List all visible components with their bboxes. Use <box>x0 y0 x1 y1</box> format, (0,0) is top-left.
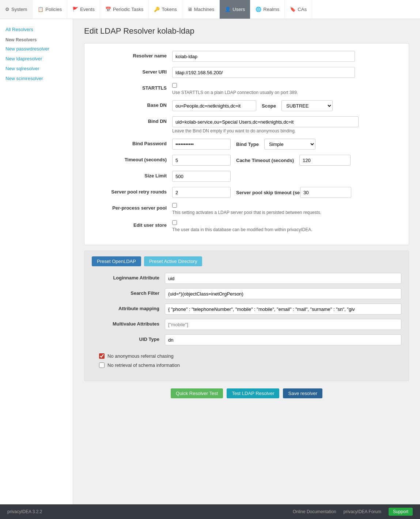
no-anon-referral-row: No anonymous referral chasing <box>99 353 401 359</box>
no-schema-row: No retrieval of schema information <box>99 362 401 368</box>
nav-item-machines[interactable]: 🖥Machines <box>182 0 220 19</box>
users-icon: 👤 <box>225 7 231 12</box>
base-dn-input[interactable] <box>172 100 256 111</box>
per-process-pool-row: Per-process server pool This setting act… <box>92 203 401 215</box>
footer-forum-link[interactable]: privacyIDEA Forum <box>344 509 381 514</box>
search-filter-label: Search Filter <box>92 288 165 296</box>
multivalue-attr-input[interactable] <box>165 319 401 330</box>
sidebar-item-scimresolver[interactable]: New scimresolver <box>0 74 73 83</box>
machines-icon: 🖥 <box>188 7 192 12</box>
bottom-checkboxes: No anonymous referral chasing No retriev… <box>92 350 401 373</box>
bind-dn-label: Bind DN <box>92 116 172 124</box>
bind-dn-row: Bind DN Leave the Bind DN empty if you w… <box>92 116 401 133</box>
nav-item-system[interactable]: ⚙System <box>0 0 33 19</box>
sidebar-all-resolvers[interactable]: All Resolvers <box>0 25 73 34</box>
footer-version: privacyIDEA 3.2.2 <box>7 509 42 514</box>
server-uri-input[interactable] <box>172 67 355 78</box>
nav-item-periodic-tasks[interactable]: 📅Periodic Tasks <box>100 0 149 19</box>
bind-password-row: Bind Password Bind Type Simple SASL <box>92 139 401 150</box>
cache-timeout-input[interactable] <box>299 155 351 166</box>
uid-type-row: UID Type <box>92 334 401 345</box>
nav-item-policies[interactable]: 📋Policies <box>33 0 67 19</box>
no-schema-checkbox[interactable] <box>99 362 105 368</box>
server-uri-label: Server URI <box>92 67 172 75</box>
main-content: Edit LDAP Resolver kolab-ldap Resolver n… <box>73 19 420 504</box>
bind-password-input[interactable] <box>172 139 231 150</box>
resolver-name-row: Resolver name <box>92 51 401 62</box>
resolver-name-input[interactable] <box>172 51 355 62</box>
nav-item-realms[interactable]: 🌐Realms <box>250 0 285 19</box>
no-anon-referral-label: No anonymous referral chasing <box>107 353 174 359</box>
bind-dn-input[interactable] <box>172 116 359 127</box>
edit-user-store-row: Edit user store The user data in this da… <box>92 220 401 232</box>
nav-label-cas: CAs <box>298 7 307 12</box>
nav-label-system: System <box>11 7 27 12</box>
server-pool-retry-input[interactable] <box>172 187 231 198</box>
nav-item-cas[interactable]: 🔖CAs <box>285 0 312 19</box>
nav-item-users[interactable]: 👤Users <box>220 0 250 19</box>
server-uri-row: Server URI <box>92 67 401 78</box>
sidebar-item-ldapresolver[interactable]: New ldapresolver <box>0 54 73 64</box>
base-dn-row: Base DN Scope SUBTREE BASE ONE <box>92 100 401 111</box>
starttls-row: STARTTLS Use STARTTLS on a plain LDAP co… <box>92 83 401 95</box>
footer: privacyIDEA 3.2.2 Online Documentation p… <box>0 504 420 519</box>
search-filter-input[interactable] <box>165 288 401 299</box>
footer-support-button[interactable]: Support <box>389 508 413 516</box>
loginname-attr-label: Loginname Attribute <box>92 273 165 281</box>
attribute-mapping-label: Attribute mapping <box>92 304 165 311</box>
attribute-mapping-input[interactable] <box>165 304 401 315</box>
preset-openldap-button[interactable]: Preset OpenLDAP <box>92 256 141 266</box>
action-buttons: Quick Resolver Test Test LDAP Resolver S… <box>84 388 409 406</box>
ldap-resolver-form: Resolver name Server URI STARTTLS Use ST… <box>84 43 409 245</box>
footer-doc-link[interactable]: Online Documentation <box>293 509 336 514</box>
timeout-label: Timeout (seconds) <box>92 155 172 162</box>
server-pool-retry-label: Server pool retry rounds <box>92 187 172 195</box>
bind-password-label: Bind Password <box>92 139 172 146</box>
no-schema-label: No retrieval of schema information <box>107 362 180 368</box>
periodic-tasks-icon: 📅 <box>105 7 111 12</box>
search-filter-row: Search Filter <box>92 288 401 299</box>
uid-type-label: UID Type <box>92 334 165 342</box>
nav-item-events[interactable]: 🚩Events <box>67 0 100 19</box>
server-pool-row: Server pool retry rounds Server pool ski… <box>92 187 401 198</box>
edit-user-store-hint: The user data in this database can be mo… <box>172 227 313 232</box>
sidebar: All Resolvers New Resolvers New passwdre… <box>0 19 73 504</box>
test-ldap-resolver-button[interactable]: Test LDAP Resolver <box>227 388 279 398</box>
sidebar-item-passwdresolver[interactable]: New passwdresolver <box>0 44 73 54</box>
multivalue-attr-label: Multivalue Attributes <box>92 319 165 327</box>
size-limit-input[interactable] <box>172 171 231 182</box>
server-pool-skip-label: Server pool skip timeout (seconds) <box>236 190 295 195</box>
per-process-pool-hint: This setting activates a LDAP server poo… <box>172 210 321 215</box>
bind-type-select[interactable]: Simple SASL <box>264 139 315 150</box>
top-navigation: ⚙System📋Policies🚩Events📅Periodic Tasks🔑T… <box>0 0 420 19</box>
scope-select[interactable]: SUBTREE BASE ONE <box>281 100 333 111</box>
edit-user-store-checkbox[interactable] <box>172 220 177 225</box>
save-resolver-button[interactable]: Save resolver <box>283 388 322 398</box>
nav-label-users: Users <box>232 7 245 12</box>
no-anon-referral-checkbox[interactable] <box>99 353 105 359</box>
nav-item-tokens[interactable]: 🔑Tokens <box>149 0 182 19</box>
page-title: Edit LDAP Resolver kolab-ldap <box>84 26 409 36</box>
system-icon: ⚙ <box>5 7 10 12</box>
bind-dn-hint: Leave the Bind DN empty if you want to d… <box>172 128 359 133</box>
nav-label-machines: Machines <box>194 7 215 12</box>
preset-active-directory-button[interactable]: Preset Active Directory <box>144 256 203 266</box>
realms-icon: 🌐 <box>256 7 261 12</box>
loginname-attr-input[interactable] <box>165 273 401 284</box>
starttls-checkbox[interactable] <box>172 83 177 88</box>
resolver-name-label: Resolver name <box>92 51 172 59</box>
scope-label: Scope <box>262 103 276 109</box>
attribute-mapping-row: Attribute mapping <box>92 304 401 315</box>
timeout-row: Timeout (seconds) Cache Timeout (seconds… <box>92 155 401 166</box>
uid-type-input[interactable] <box>165 334 401 345</box>
server-pool-skip-input[interactable] <box>300 187 351 198</box>
base-dn-label: Base DN <box>92 100 172 108</box>
sidebar-item-sqlresolver[interactable]: New sqlresolver <box>0 64 73 74</box>
timeout-input[interactable] <box>172 155 231 166</box>
quick-resolver-test-button[interactable]: Quick Resolver Test <box>171 388 223 398</box>
nav-label-events: Events <box>80 7 95 12</box>
main-layout: All Resolvers New Resolvers New passwdre… <box>0 19 420 504</box>
tokens-icon: 🔑 <box>154 7 160 12</box>
bind-type-label: Bind Type <box>236 142 259 147</box>
per-process-pool-checkbox[interactable] <box>172 203 177 208</box>
